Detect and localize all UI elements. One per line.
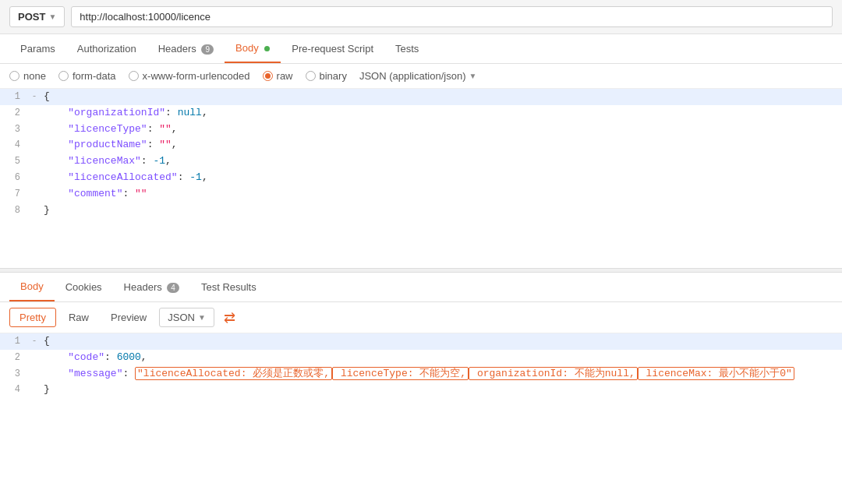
line-toggle-1[interactable]: - — [28, 89, 41, 104]
response-format-row: Pretty Raw Preview JSON ▼ ⇄ — [0, 302, 842, 333]
resp-line-num-2: 2 — [0, 350, 28, 365]
fmt-preview-button[interactable]: Preview — [101, 308, 156, 326]
line-toggle-5 — [28, 153, 41, 154]
radio-urlencoded-icon — [129, 71, 139, 81]
resp-content-2: "code": 6000, — [41, 350, 842, 366]
line-num-5: 5 — [0, 153, 28, 169]
line-content-2: "organizationId": null, — [41, 105, 842, 122]
line-num-1: 1 — [0, 89, 28, 104]
code-line-4: 4 "productName": "", — [0, 137, 842, 153]
body-type-raw[interactable]: raw — [263, 70, 293, 82]
body-type-none-label: none — [23, 70, 46, 82]
fmt-pretty-button[interactable]: Pretty — [9, 308, 56, 327]
code-line-7: 7 "comment": "" — [0, 186, 842, 203]
resp-content-4: } — [41, 382, 842, 398]
wrap-icon[interactable]: ⇄ — [224, 309, 235, 326]
code-line-3: 3 "licenceType": "", — [0, 122, 842, 138]
body-type-formdata[interactable]: form-data — [58, 70, 116, 82]
resp-content-1: { — [41, 333, 842, 350]
code-line-6: 6 "licenceAllocated": -1, — [0, 170, 842, 186]
line-content-7: "comment": "" — [41, 186, 842, 203]
tab-headers[interactable]: Headers 9 — [147, 35, 225, 62]
line-toggle-3 — [28, 122, 41, 122]
resp-toggle-4 — [28, 382, 41, 382]
fmt-raw-button[interactable]: Raw — [59, 308, 98, 326]
tab-prerequest[interactable]: Pre-request Script — [281, 35, 384, 62]
radio-raw-icon — [263, 71, 273, 81]
error-msg-3: organizationId: 不能为null, — [469, 367, 638, 380]
line-toggle-7 — [28, 186, 41, 187]
response-code-area[interactable]: 1 - { 2 "code": 6000, 3 "message": "lice… — [0, 333, 842, 406]
body-type-binary-label: binary — [320, 70, 347, 82]
resp-toggle-1[interactable]: - — [28, 333, 41, 348]
headers-badge: 9 — [201, 44, 214, 55]
code-line-8: 8 } — [0, 203, 842, 219]
resp-json-dropdown[interactable]: JSON ▼ — [159, 308, 214, 327]
response-tabs-row: Body Cookies Headers 4 Test Results — [0, 273, 842, 302]
code-line-5: 5 "licenceMax": -1, — [0, 153, 842, 170]
body-type-urlencoded-label: x-www-form-urlencoded — [143, 70, 250, 82]
body-type-row: none form-data x-www-form-urlencoded raw… — [0, 64, 842, 89]
line-toggle-2 — [28, 105, 41, 106]
body-type-binary[interactable]: binary — [306, 70, 347, 82]
radio-binary-icon — [306, 71, 316, 81]
method-label: POST — [18, 11, 45, 23]
resp-line-num-3: 3 — [0, 366, 28, 382]
tab-authorization[interactable]: Authorization — [66, 35, 147, 62]
line-num-4: 4 — [0, 137, 28, 153]
tab-body[interactable]: Body — [225, 34, 281, 63]
line-toggle-4 — [28, 137, 41, 138]
resp-line-2: 2 "code": 6000, — [0, 350, 842, 366]
resp-tab-testresults[interactable]: Test Results — [190, 273, 267, 301]
resp-line-num-1: 1 — [0, 333, 28, 349]
line-content-5: "licenceMax": -1, — [41, 153, 842, 170]
line-num-8: 8 — [0, 203, 28, 218]
request-tabs-row: Params Authorization Headers 9 Body Pre-… — [0, 34, 842, 64]
line-num-3: 3 — [0, 122, 28, 137]
json-type-label: JSON (application/json) — [359, 70, 466, 82]
code-line-2: 2 "organizationId": null, — [0, 105, 842, 122]
body-type-raw-label: raw — [277, 70, 293, 82]
resp-line-4: 4 } — [0, 382, 842, 398]
line-content-8: } — [41, 203, 842, 219]
method-select[interactable]: POST ▼ — [9, 6, 65, 27]
url-input[interactable] — [71, 6, 833, 27]
resp-toggle-3 — [28, 366, 41, 367]
json-dropdown-arrow-icon: ▼ — [469, 72, 476, 80]
radio-formdata-icon — [58, 71, 69, 81]
resp-json-label: JSON — [168, 312, 195, 323]
line-content-3: "licenceType": "", — [41, 122, 842, 138]
resp-line-num-4: 4 — [0, 382, 28, 397]
line-toggle-8 — [28, 203, 41, 203]
body-type-none[interactable]: none — [9, 70, 46, 82]
tab-params[interactable]: Params — [9, 35, 66, 62]
method-arrow-icon: ▼ — [48, 12, 56, 21]
line-num-7: 7 — [0, 186, 28, 202]
resp-tab-headers[interactable]: Headers 4 — [113, 273, 190, 301]
resp-line-3: 3 "message": "licenceAllocated: 必须是正数或零,… — [0, 366, 842, 382]
line-content-1: { — [41, 89, 842, 105]
resp-tab-cookies[interactable]: Cookies — [55, 273, 113, 301]
resp-json-arrow-icon: ▼ — [198, 313, 206, 322]
code-line-1: 1 - { — [0, 89, 842, 105]
line-content-6: "licenceAllocated": -1, — [41, 170, 842, 186]
body-type-formdata-label: form-data — [73, 70, 116, 82]
body-dot-icon — [264, 46, 270, 51]
line-content-4: "productName": "", — [41, 137, 842, 153]
error-msg-2: licenceType: 不能为空, — [332, 367, 469, 380]
error-msg-1: "licenceAllocated: 必须是正数或零, — [135, 367, 332, 380]
json-type-dropdown[interactable]: JSON (application/json) ▼ — [359, 70, 476, 82]
request-code-area[interactable]: 1 - { 2 "organizationId": null, 3 "licen… — [0, 89, 842, 268]
line-num-6: 6 — [0, 170, 28, 185]
url-bar: POST ▼ — [0, 0, 842, 34]
body-type-urlencoded[interactable]: x-www-form-urlencoded — [129, 70, 250, 82]
resp-headers-badge: 4 — [167, 283, 179, 293]
line-num-2: 2 — [0, 105, 28, 121]
resp-toggle-2 — [28, 350, 41, 351]
line-toggle-6 — [28, 170, 41, 171]
tab-tests[interactable]: Tests — [384, 35, 430, 62]
resp-tab-body[interactable]: Body — [9, 273, 55, 301]
resp-content-3: "message": "licenceAllocated: 必须是正数或零, l… — [41, 366, 842, 382]
radio-none-icon — [9, 71, 19, 81]
resp-line-1: 1 - { — [0, 333, 842, 350]
